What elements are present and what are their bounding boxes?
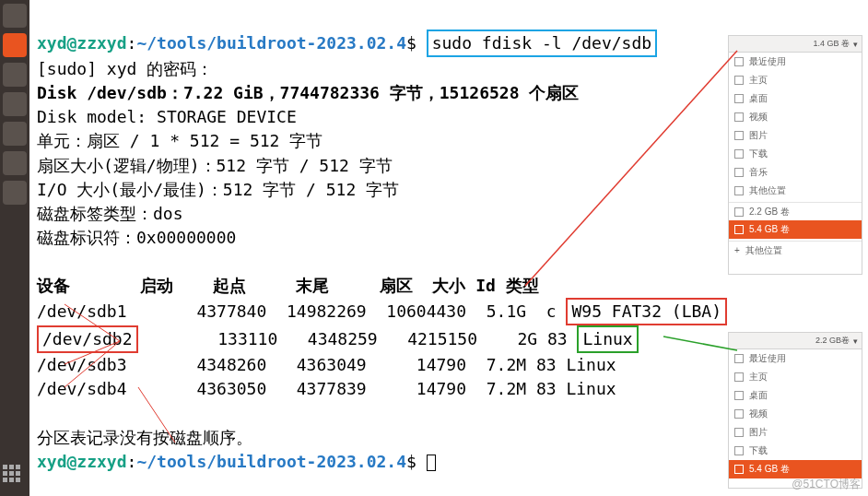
- file-manager-popup-top[interactable]: 1.4 GB 卷▾ 最近使用 主页 桌面 视频 图片 下载 音乐 其他位置 2.…: [728, 35, 862, 275]
- video-icon: [734, 112, 744, 122]
- picture-icon: [734, 131, 744, 140]
- device-highlight-sdb2: /dev/sdb2: [37, 325, 138, 353]
- label-type: 磁盘标签类型：dos: [37, 204, 183, 223]
- launcher-item[interactable]: [3, 151, 27, 175]
- clock-icon: [734, 354, 744, 363]
- launcher-item-ubuntu[interactable]: [3, 33, 27, 57]
- type-highlight-fat32: W95 FAT32 (LBA): [566, 298, 727, 325]
- io-line: I/O 大小(最小/最佳)：512 字节 / 512 字节: [37, 180, 399, 199]
- ubuntu-launcher: [0, 0, 29, 496]
- list-item[interactable]: 主页: [729, 71, 862, 89]
- list-item-volume-active[interactable]: 5.4 GB 卷: [729, 460, 862, 478]
- list-item[interactable]: 最近使用: [729, 53, 862, 71]
- video-icon: [734, 409, 744, 419]
- music-icon: [734, 168, 744, 177]
- list-item[interactable]: 主页: [729, 368, 862, 386]
- list-item[interactable]: 图片: [729, 126, 862, 145]
- launcher-apps-icon[interactable]: [3, 465, 27, 489]
- list-item[interactable]: 桌面: [729, 89, 862, 108]
- trash-icon: [734, 186, 744, 195]
- list-item[interactable]: 图片: [729, 423, 862, 442]
- list-item[interactable]: + 其他位置: [729, 241, 862, 259]
- desktop-icon: [734, 94, 744, 103]
- terminal-output[interactable]: xyd@zzxyd:~/tools/buildroot-2023.02.4$ s…: [31, 2, 724, 487]
- file-manager-popup-bottom[interactable]: 2.2 GB卷▾ 最近使用 主页 桌面 视频 图片 下载 5.4 GB 卷: [728, 332, 862, 489]
- download-icon: [734, 446, 744, 455]
- download-icon: [734, 149, 744, 159]
- launcher-item[interactable]: [3, 92, 27, 116]
- home-icon: [734, 372, 744, 382]
- list-item[interactable]: 桌面: [729, 386, 862, 405]
- home-icon: [734, 76, 744, 85]
- desktop-icon: [734, 391, 744, 400]
- launcher-item[interactable]: [3, 4, 27, 28]
- label-id: 磁盘标识符：0x00000000: [37, 228, 236, 247]
- unit-line: 单元：扇区 / 1 * 512 = 512 字节: [37, 131, 323, 150]
- list-item[interactable]: 其他位置: [729, 182, 862, 200]
- list-item-volume[interactable]: 2.2 GB 卷: [729, 202, 862, 220]
- prompt-user: xyd@zzxyd: [37, 33, 127, 53]
- table-row: /dev/sdb2 133110 4348259 4215150 2G 83 L…: [37, 329, 639, 348]
- type-highlight-linux: Linux: [577, 325, 638, 353]
- panel-title: 1.4 GB 卷▾: [729, 36, 862, 53]
- list-item[interactable]: 视频: [729, 405, 862, 423]
- prompt-path: ~/tools/buildroot-2023.02.4: [136, 452, 406, 471]
- drive-icon: [734, 225, 744, 234]
- panel-title: 2.2 GB卷▾: [729, 333, 862, 349]
- disk-summary: Disk /dev/sdb：7.22 GiB，7744782336 字节，151…: [37, 83, 579, 102]
- sector-line: 扇区大小(逻辑/物理)：512 字节 / 512 字节: [37, 156, 393, 175]
- table-row: /dev/sdb3 4348260 4363049 14790 7.2M 83 …: [37, 355, 616, 374]
- list-item[interactable]: 视频: [729, 108, 862, 126]
- command-highlight: sudo fdisk -l /dev/sdb: [427, 30, 657, 57]
- table-row: /dev/sdb4 4363050 4377839 14790 7.2M 83 …: [37, 379, 616, 398]
- table-row: /dev/sdb1 4377840 14982269 10604430 5.1G…: [37, 301, 727, 321]
- terminal-cursor: [427, 455, 436, 471]
- list-item[interactable]: 最近使用: [729, 349, 862, 368]
- partition-table-header: 设备 启动 起点 末尾 扇区 大小 Id 类型: [37, 276, 539, 295]
- list-item[interactable]: 下载: [729, 442, 862, 460]
- launcher-item[interactable]: [3, 122, 27, 146]
- launcher-item[interactable]: [3, 181, 27, 205]
- prompt-path: ~/tools/buildroot-2023.02.4: [136, 33, 406, 53]
- launcher-item[interactable]: [3, 63, 27, 87]
- clock-icon: [734, 57, 744, 66]
- drive-icon: [734, 207, 744, 217]
- prompt-user: xyd@zzxyd: [37, 452, 127, 471]
- list-item[interactable]: 下载: [729, 145, 862, 163]
- list-item-volume-active[interactable]: 5.4 GB 卷: [729, 220, 862, 239]
- picture-icon: [734, 428, 744, 437]
- sudo-prompt: [sudo] xyd 的密码：: [37, 59, 213, 78]
- watermark: @51CTO博客: [792, 477, 861, 492]
- list-item[interactable]: 音乐: [729, 163, 862, 182]
- warning-line: 分区表记录没有按磁盘顺序。: [37, 428, 252, 447]
- disk-model: Disk model: STORAGE DEVICE: [37, 107, 297, 126]
- drive-icon: [734, 465, 744, 474]
